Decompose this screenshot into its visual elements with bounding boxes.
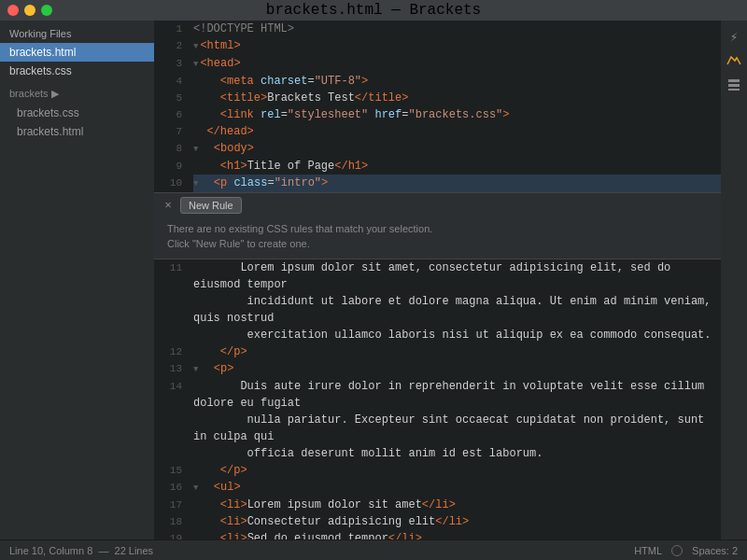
close-button[interactable] [7,5,19,16]
svg-rect-0 [728,79,740,82]
status-circle [671,545,683,556]
status-right: HTML Spaces: 2 [634,545,738,556]
inline-close-button[interactable]: ✕ [162,199,175,212]
code-line-8: 8 ▼ <body> [154,140,721,158]
status-spaces[interactable]: Spaces: 2 [692,545,738,556]
fold-arrow-13[interactable]: ▼ [193,365,198,374]
sidebar-file-brackets-html[interactable]: brackets.html [0,43,154,62]
inline-editor-header: ✕ New Rule [154,193,721,217]
code-line-4: 4 <meta charset="UTF-8"> [154,73,721,90]
code-line-14: 14 Duis aute irure dolor in reprehenderi… [154,378,721,462]
fold-arrow-2[interactable]: ▼ [193,42,198,51]
svg-rect-1 [728,84,740,87]
editor-area: 1 <!DOCTYPE HTML> 2 ▼<html> 3 ▼<head> 4 … [154,21,721,539]
code-line-10: 10 ▼ <p class="intro"> [154,175,721,192]
code-line-7: 7 </head> [154,123,721,140]
status-language[interactable]: HTML [634,545,662,556]
inline-css-editor: ✕ New Rule There are no existing CSS rul… [154,192,721,259]
code-line-9: 9 <h1>Title of Page</h1> [154,158,721,175]
code-line-11: 11 Lorem ipsum dolor sit amet, consectet… [154,259,721,343]
fold-arrow-10[interactable]: ▼ [193,179,198,189]
status-position: Line 10, Column 8 — 22 Lines [9,545,153,556]
code-line-16: 16 ▼ <ul> [154,479,721,497]
fold-arrow-8[interactable]: ▼ [193,145,198,154]
right-panel: ⚡ [721,21,747,539]
window-title: brackets.html — Brackets [266,2,481,19]
fold-arrow-16[interactable]: ▼ [193,483,198,493]
code-line-5: 5 <title>Brackets Test</title> [154,90,721,106]
code-line-3: 3 ▼<head> [154,55,721,73]
titlebar: brackets.html — Brackets [0,0,747,21]
sidebar-group-file-html[interactable]: brackets.html [0,122,154,141]
sidebar-group-label: brackets ▶ [0,80,154,104]
live-preview-icon[interactable]: ⚡ [724,26,744,47]
js-errors-icon[interactable] [724,50,744,71]
inline-editor-message: There are no existing CSS rules that mat… [154,217,721,259]
sidebar-file-brackets-css[interactable]: brackets.css [0,62,154,80]
svg-rect-2 [728,89,740,91]
code-line-18: 18 <li>Consectetur adipisicing elit</li> [154,513,721,530]
code-line-1: 1 <!DOCTYPE HTML> [154,21,721,37]
sidebar-group-file-css[interactable]: brackets.css [0,104,154,122]
minimize-button[interactable] [24,5,35,16]
maximize-button[interactable] [41,5,52,16]
code-line-12: 12 </p> [154,343,721,360]
code-line-15: 15 </p> [154,462,721,479]
code-line-6: 6 <link rel="stylesheet" href="brackets.… [154,106,721,123]
new-rule-button[interactable]: New Rule [180,197,242,214]
status-bar: Line 10, Column 8 — 22 Lines HTML Spaces… [0,539,747,560]
code-line-13: 13 ▼ <p> [154,360,721,378]
code-editor[interactable]: 1 <!DOCTYPE HTML> 2 ▼<html> 3 ▼<head> 4 … [154,21,721,539]
sidebar: Working Files brackets.html brackets.css… [0,21,154,539]
code-line-2: 2 ▼<html> [154,37,721,55]
code-line-19: 19 <li>Sed do eiusmod tempor</li> [154,530,721,539]
fold-arrow-3[interactable]: ▼ [193,60,198,69]
working-files-label: Working Files [0,21,154,43]
code-line-17: 17 <li>Lorem ipsum dolor sit amet</li> [154,497,721,513]
file-sync-icon[interactable] [724,75,744,95]
